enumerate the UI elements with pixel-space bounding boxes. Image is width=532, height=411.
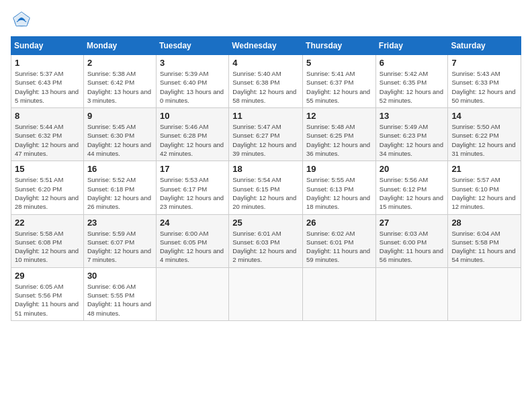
week-row-4: 22 Sunrise: 5:58 AM Sunset: 6:08 PM Dayl… — [11, 214, 521, 267]
day-detail: Sunrise: 5:40 AM Sunset: 6:38 PM Dayligh… — [232, 69, 299, 105]
day-detail: Sunrise: 5:49 AM Sunset: 6:23 PM Dayligh… — [380, 122, 445, 158]
day-detail: Sunrise: 5:51 AM Sunset: 6:20 PM Dayligh… — [15, 175, 80, 211]
day-detail: Sunrise: 5:38 AM Sunset: 6:42 PM Dayligh… — [87, 69, 152, 105]
day-number: 23 — [87, 218, 152, 228]
calendar-cell: 11 Sunrise: 5:47 AM Sunset: 6:27 PM Dayl… — [229, 108, 303, 161]
day-number: 20 — [380, 164, 445, 174]
day-detail: Sunrise: 6:04 AM Sunset: 5:58 PM Dayligh… — [451, 229, 517, 265]
page-header — [11, 11, 521, 30]
calendar-cell — [375, 267, 448, 320]
day-detail: Sunrise: 5:55 AM Sunset: 6:13 PM Dayligh… — [306, 175, 372, 211]
day-detail: Sunrise: 5:44 AM Sunset: 6:32 PM Dayligh… — [15, 122, 80, 158]
calendar-table: Sunday Monday Tuesday Wednesday Thursday… — [11, 36, 521, 321]
calendar-cell: 2 Sunrise: 5:38 AM Sunset: 6:42 PM Dayli… — [83, 55, 156, 108]
calendar-cell: 25 Sunrise: 6:01 AM Sunset: 6:03 PM Dayl… — [229, 214, 303, 267]
day-number: 5 — [306, 58, 372, 68]
calendar-cell: 19 Sunrise: 5:55 AM Sunset: 6:13 PM Dayl… — [303, 161, 376, 214]
day-detail: Sunrise: 6:02 AM Sunset: 6:01 PM Dayligh… — [306, 229, 372, 265]
day-number: 24 — [160, 218, 225, 228]
logo-icon — [12, 11, 31, 30]
day-number: 29 — [15, 271, 80, 281]
week-row-1: 1 Sunrise: 5:37 AM Sunset: 6:43 PM Dayli… — [11, 55, 521, 108]
day-number: 21 — [451, 164, 517, 174]
calendar-cell — [448, 267, 521, 320]
calendar-cell: 24 Sunrise: 6:00 AM Sunset: 6:05 PM Dayl… — [156, 214, 228, 267]
week-row-5: 29 Sunrise: 6:05 AM Sunset: 5:56 PM Dayl… — [11, 267, 521, 320]
day-number: 26 — [306, 218, 372, 228]
day-number: 14 — [451, 111, 517, 121]
week-row-2: 8 Sunrise: 5:44 AM Sunset: 6:32 PM Dayli… — [11, 108, 521, 161]
day-number: 12 — [306, 111, 372, 121]
day-number: 27 — [380, 218, 445, 228]
weekday-header-row: Sunday Monday Tuesday Wednesday Thursday… — [11, 37, 521, 55]
day-detail: Sunrise: 5:42 AM Sunset: 6:35 PM Dayligh… — [380, 69, 445, 105]
day-number: 18 — [232, 164, 299, 174]
calendar-cell: 12 Sunrise: 5:48 AM Sunset: 6:25 PM Dayl… — [303, 108, 376, 161]
calendar-header: Sunday Monday Tuesday Wednesday Thursday… — [11, 37, 521, 55]
day-detail: Sunrise: 5:41 AM Sunset: 6:37 PM Dayligh… — [306, 69, 372, 105]
day-number: 17 — [160, 164, 225, 174]
day-detail: Sunrise: 5:47 AM Sunset: 6:27 PM Dayligh… — [232, 122, 299, 158]
day-detail: Sunrise: 5:43 AM Sunset: 6:33 PM Dayligh… — [451, 69, 517, 105]
calendar-cell: 3 Sunrise: 5:39 AM Sunset: 6:40 PM Dayli… — [156, 55, 228, 108]
day-detail: Sunrise: 5:46 AM Sunset: 6:28 PM Dayligh… — [160, 122, 225, 158]
week-row-3: 15 Sunrise: 5:51 AM Sunset: 6:20 PM Dayl… — [11, 161, 521, 214]
day-detail: Sunrise: 6:05 AM Sunset: 5:56 PM Dayligh… — [15, 282, 80, 318]
day-detail: Sunrise: 6:01 AM Sunset: 6:03 PM Dayligh… — [232, 229, 299, 265]
calendar-cell — [303, 267, 376, 320]
day-number: 19 — [306, 164, 372, 174]
day-detail: Sunrise: 5:57 AM Sunset: 6:10 PM Dayligh… — [451, 175, 517, 211]
calendar-cell: 4 Sunrise: 5:40 AM Sunset: 6:38 PM Dayli… — [229, 55, 303, 108]
calendar-body: 1 Sunrise: 5:37 AM Sunset: 6:43 PM Dayli… — [11, 55, 521, 321]
day-detail: Sunrise: 5:54 AM Sunset: 6:15 PM Dayligh… — [232, 175, 299, 211]
day-detail: Sunrise: 6:03 AM Sunset: 6:00 PM Dayligh… — [380, 229, 445, 265]
day-number: 8 — [15, 111, 80, 121]
day-detail: Sunrise: 5:37 AM Sunset: 6:43 PM Dayligh… — [15, 69, 80, 105]
col-monday: Monday — [83, 37, 156, 55]
calendar-cell: 9 Sunrise: 5:45 AM Sunset: 6:30 PM Dayli… — [83, 108, 156, 161]
calendar-cell: 6 Sunrise: 5:42 AM Sunset: 6:35 PM Dayli… — [375, 55, 448, 108]
day-number: 22 — [15, 218, 80, 228]
calendar-cell: 8 Sunrise: 5:44 AM Sunset: 6:32 PM Dayli… — [11, 108, 84, 161]
day-number: 4 — [232, 58, 299, 68]
day-number: 30 — [87, 271, 152, 281]
calendar-cell: 5 Sunrise: 5:41 AM Sunset: 6:37 PM Dayli… — [303, 55, 376, 108]
col-friday: Friday — [375, 37, 448, 55]
col-sunday: Sunday — [11, 37, 84, 55]
col-saturday: Saturday — [448, 37, 521, 55]
logo — [11, 11, 31, 30]
calendar-cell: 18 Sunrise: 5:54 AM Sunset: 6:15 PM Dayl… — [229, 161, 303, 214]
calendar-cell: 28 Sunrise: 6:04 AM Sunset: 5:58 PM Dayl… — [448, 214, 521, 267]
day-number: 28 — [451, 218, 517, 228]
day-number: 15 — [15, 164, 80, 174]
calendar-cell: 20 Sunrise: 5:56 AM Sunset: 6:12 PM Dayl… — [375, 161, 448, 214]
day-detail: Sunrise: 6:06 AM Sunset: 5:55 PM Dayligh… — [87, 282, 152, 318]
calendar-cell: 16 Sunrise: 5:52 AM Sunset: 6:18 PM Dayl… — [83, 161, 156, 214]
calendar-cell: 29 Sunrise: 6:05 AM Sunset: 5:56 PM Dayl… — [11, 267, 84, 320]
day-number: 13 — [380, 111, 445, 121]
calendar-cell: 17 Sunrise: 5:53 AM Sunset: 6:17 PM Dayl… — [156, 161, 228, 214]
calendar-cell: 7 Sunrise: 5:43 AM Sunset: 6:33 PM Dayli… — [448, 55, 521, 108]
day-number: 16 — [87, 164, 152, 174]
calendar-cell: 21 Sunrise: 5:57 AM Sunset: 6:10 PM Dayl… — [448, 161, 521, 214]
calendar-cell: 15 Sunrise: 5:51 AM Sunset: 6:20 PM Dayl… — [11, 161, 84, 214]
col-tuesday: Tuesday — [156, 37, 228, 55]
day-number: 25 — [232, 218, 299, 228]
calendar-cell: 22 Sunrise: 5:58 AM Sunset: 6:08 PM Dayl… — [11, 214, 84, 267]
day-number: 9 — [87, 111, 152, 121]
day-detail: Sunrise: 5:50 AM Sunset: 6:22 PM Dayligh… — [451, 122, 517, 158]
calendar-cell — [229, 267, 303, 320]
day-detail: Sunrise: 5:45 AM Sunset: 6:30 PM Dayligh… — [87, 122, 152, 158]
calendar-cell — [156, 267, 228, 320]
day-number: 10 — [160, 111, 225, 121]
day-number: 11 — [232, 111, 299, 121]
day-number: 6 — [380, 58, 445, 68]
day-number: 3 — [160, 58, 225, 68]
col-thursday: Thursday — [303, 37, 376, 55]
day-detail: Sunrise: 5:56 AM Sunset: 6:12 PM Dayligh… — [380, 175, 445, 211]
day-number: 1 — [15, 58, 80, 68]
calendar-cell: 1 Sunrise: 5:37 AM Sunset: 6:43 PM Dayli… — [11, 55, 84, 108]
day-detail: Sunrise: 5:48 AM Sunset: 6:25 PM Dayligh… — [306, 122, 372, 158]
day-number: 7 — [451, 58, 517, 68]
calendar-cell: 13 Sunrise: 5:49 AM Sunset: 6:23 PM Dayl… — [375, 108, 448, 161]
